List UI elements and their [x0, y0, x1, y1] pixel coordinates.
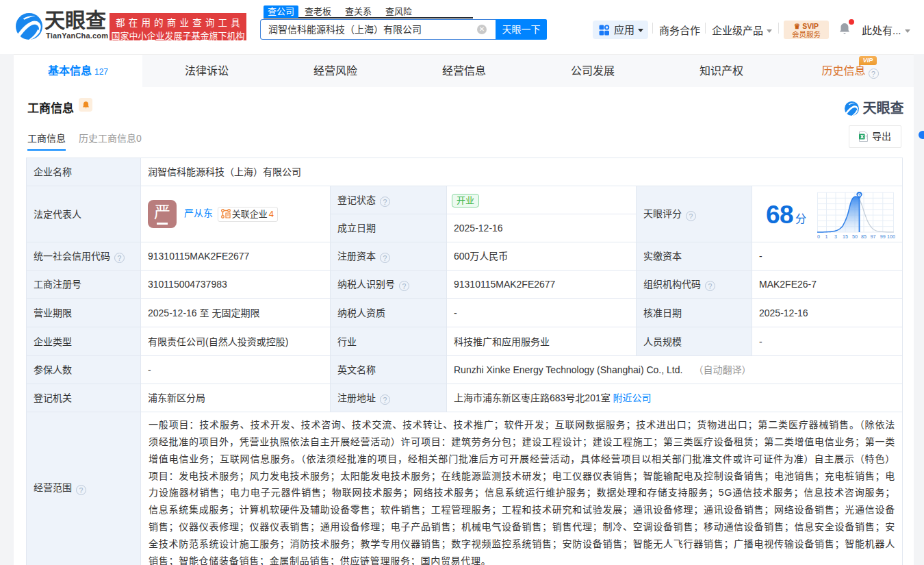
svg-text:3: 3	[834, 234, 837, 240]
svg-text:15: 15	[843, 234, 848, 240]
svg-text:97: 97	[871, 234, 876, 240]
svg-text:50: 50	[852, 234, 858, 240]
svg-text:0: 0	[817, 234, 820, 240]
svg-text:85: 85	[861, 234, 867, 240]
svg-text:100: 100	[887, 234, 895, 240]
svg-text:1: 1	[825, 234, 828, 240]
svg-text:99: 99	[880, 234, 886, 240]
